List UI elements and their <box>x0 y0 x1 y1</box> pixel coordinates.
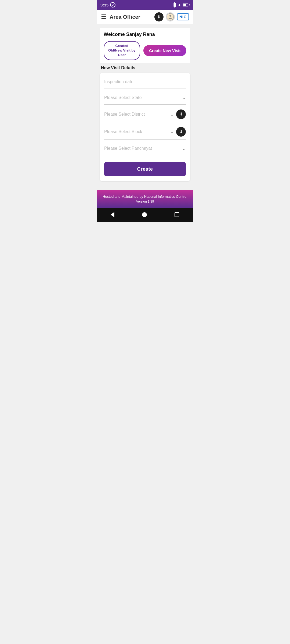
svg-point-0 <box>167 13 174 20</box>
time-display: 3:35 <box>100 3 108 7</box>
app-bar: ☰ Area Officer ⬇ NIC <box>97 10 193 24</box>
district-download-button[interactable]: ⬇ <box>176 109 186 119</box>
state-select-row[interactable]: ⌄ <box>104 94 186 102</box>
district-dropdown[interactable] <box>104 110 168 118</box>
panchayat-field: ⌄ <box>104 144 186 155</box>
state-dropdown[interactable] <box>104 94 180 102</box>
district-dropdown-arrow: ⌄ <box>170 111 174 117</box>
district-select-row[interactable]: ⌄ <box>104 110 174 118</box>
old-new-visit-button[interactable]: Created Old/New Visit by User <box>104 41 140 60</box>
panchayat-select-row[interactable]: ⌄ <box>104 144 186 152</box>
download-header-icon[interactable]: ⬇ <box>154 12 164 21</box>
app-bar-right: ⬇ NIC <box>154 12 189 21</box>
welcome-section: Welcome Sanjay Rana Created Old/New Visi… <box>100 28 190 63</box>
battery-icon <box>183 3 190 6</box>
nav-bar <box>97 208 193 222</box>
block-field: ⌄ ⬇ <box>104 127 186 140</box>
svg-rect-2 <box>169 18 171 19</box>
whatsapp-icon: ✓ <box>110 2 115 8</box>
vibrate-icon <box>173 2 176 8</box>
district-field: ⌄ ⬇ <box>104 109 186 122</box>
status-icons: ▲ <box>173 2 190 8</box>
create-button[interactable]: Create <box>104 162 186 176</box>
nav-recents-button[interactable] <box>175 212 179 217</box>
status-bar: 3:35 ✓ ▲ <box>97 0 193 10</box>
govt-logo <box>166 12 175 21</box>
footer-version: Version 1.39 <box>100 200 190 203</box>
app-bar-left: ☰ Area Officer <box>101 13 140 20</box>
footer-line1: Hosted and Maintained by National Inform… <box>100 195 190 199</box>
wifi-icon: ▲ <box>177 3 181 7</box>
state-field: ⌄ <box>104 94 186 105</box>
section-title: New Visit Details <box>100 65 190 70</box>
inspection-date-input[interactable] <box>104 78 186 86</box>
action-buttons: Created Old/New Visit by User Create New… <box>104 41 186 60</box>
create-new-visit-button[interactable]: Create New Visit <box>143 45 186 56</box>
main-content: Welcome Sanjay Rana Created Old/New Visi… <box>97 24 193 185</box>
inspection-date-field <box>104 78 186 89</box>
svg-point-1 <box>169 15 171 17</box>
panchayat-dropdown[interactable] <box>104 144 180 152</box>
nic-badge: NIC <box>177 13 189 20</box>
block-download-button[interactable]: ⬇ <box>176 127 186 137</box>
form-card: ⌄ ⌄ ⬇ ⌄ ⬇ ⌄ Create <box>100 73 190 181</box>
footer: Hosted and Maintained by National Inform… <box>97 190 193 208</box>
panchayat-dropdown-arrow: ⌄ <box>182 145 186 151</box>
block-dropdown-arrow: ⌄ <box>170 129 174 135</box>
status-time: 3:35 ✓ <box>100 2 115 8</box>
state-dropdown-arrow: ⌄ <box>182 95 186 101</box>
nav-back-button[interactable] <box>111 212 114 217</box>
block-dropdown[interactable] <box>104 128 168 136</box>
block-select-row[interactable]: ⌄ <box>104 128 174 136</box>
app-title: Area Officer <box>110 14 140 20</box>
nav-home-button[interactable] <box>142 212 147 217</box>
hamburger-menu[interactable]: ☰ <box>101 13 106 20</box>
welcome-text: Welcome Sanjay Rana <box>104 32 186 37</box>
